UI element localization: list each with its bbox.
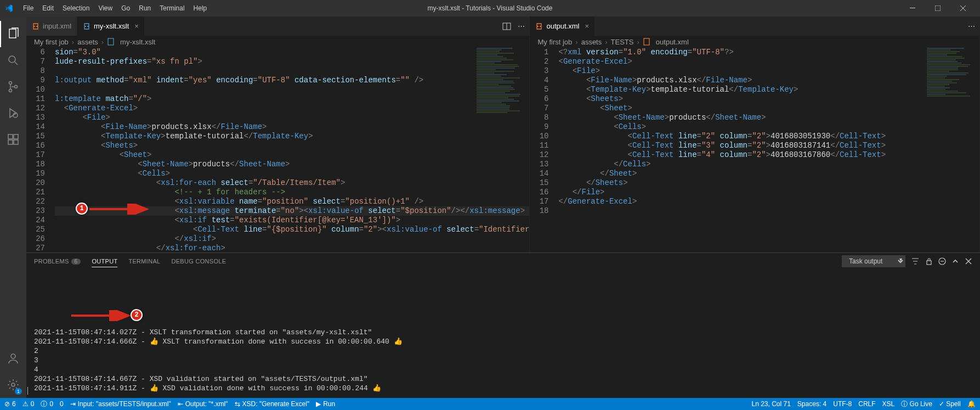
line-number[interactable]: 4 [530, 76, 548, 85]
line-number[interactable]: 10 [530, 132, 548, 141]
status-item[interactable]: ⇤Output: "*.xml" [178, 400, 228, 408]
line-number[interactable]: 19 [26, 169, 45, 178]
breadcrumb-item[interactable]: TESTS [611, 38, 634, 46]
code-line[interactable]: lude-result-prefixes="xs fn pl"> [55, 57, 529, 66]
menu-view[interactable]: View [94, 2, 117, 14]
code-line[interactable]: <Sheet-Name>products</Sheet-Name> [55, 160, 529, 169]
status-item[interactable]: 🔔 [967, 400, 976, 408]
extensions-icon[interactable] [0, 126, 26, 153]
line-number[interactable]: 16 [26, 141, 45, 150]
code-line[interactable]: <Sheet-Name>products</Sheet-Name> [558, 113, 979, 122]
panel-chevron-up-icon[interactable] [951, 257, 959, 265]
code-line[interactable]: <Template-Key>template-tutorial</Templat… [55, 132, 529, 141]
tab-my-xslt-xslt[interactable]: my-xslt.xslt× [77, 16, 145, 36]
code-line[interactable]: <Sheets> [55, 141, 529, 150]
panel-close-icon[interactable] [965, 257, 972, 265]
code-line[interactable]: </Sheet> [558, 169, 979, 178]
status-item[interactable]: ⇥Input: "assets/TESTS/input.xml" [70, 400, 171, 408]
line-number[interactable]: 8 [530, 113, 548, 122]
line-number[interactable]: 6 [530, 94, 548, 104]
status-item[interactable]: Ln 23, Col 71 [751, 400, 790, 408]
line-number[interactable]: 12 [530, 150, 548, 160]
search-icon[interactable] [0, 47, 26, 74]
breadcrumb-item[interactable]: assets [581, 38, 602, 46]
line-number[interactable]: 18 [26, 160, 45, 169]
line-number[interactable]: 1 [530, 48, 548, 57]
breadcrumb-item[interactable]: My first job [34, 38, 69, 46]
line-number[interactable]: 18 [530, 206, 548, 216]
line-number[interactable]: 5 [530, 85, 548, 94]
line-number[interactable]: 26 [26, 234, 45, 244]
panel-tab-output[interactable]: OUTPUT [92, 256, 117, 267]
tab-input-xml[interactable]: input.xml [26, 16, 77, 36]
breadcrumb-item[interactable]: assets [77, 38, 98, 46]
line-number[interactable]: 9 [26, 76, 45, 85]
minimize-icon[interactable] [900, 0, 925, 16]
line-number[interactable]: 25 [26, 225, 45, 234]
code-editor-left[interactable]: 6789101112131415161718192021222324252627… [26, 48, 529, 252]
panel-tab-terminal[interactable]: TERMINAL [128, 256, 160, 267]
output-panel-content[interactable]: 2 2021-11-15T08:47:14.027Z - XSLT transf… [26, 269, 980, 398]
line-number[interactable]: 16 [530, 188, 548, 197]
menu-help[interactable]: Help [189, 2, 212, 14]
line-number[interactable]: 21 [26, 188, 45, 197]
line-number[interactable]: 14 [530, 169, 548, 178]
split-editor-icon[interactable] [502, 22, 511, 31]
code-line[interactable]: <File> [55, 113, 529, 122]
menu-selection[interactable]: Selection [58, 2, 94, 14]
line-number[interactable]: 15 [26, 132, 45, 141]
code-line[interactable]: <Cell-Text line="2" column="2">401680305… [558, 132, 979, 141]
line-number[interactable]: 8 [26, 66, 45, 76]
more-actions-icon[interactable]: ⋯ [518, 22, 525, 30]
code-line[interactable]: </Sheets> [558, 178, 979, 188]
line-number[interactable]: 13 [530, 160, 548, 169]
line-number[interactable]: 7 [26, 57, 45, 66]
breadcrumb-item[interactable]: my-xslt.xslt [120, 38, 155, 46]
line-number[interactable]: 13 [26, 113, 45, 122]
menu-terminal[interactable]: Terminal [155, 2, 189, 14]
line-number[interactable]: 17 [530, 197, 548, 206]
status-item[interactable]: 0 [60, 400, 64, 408]
code-line[interactable]: sion="3.0" [55, 48, 529, 57]
lock-icon[interactable] [925, 257, 933, 265]
code-line[interactable]: <xsl:for-each select="/Table/Items/Item"… [55, 178, 529, 188]
more-actions-icon[interactable]: ⋯ [968, 22, 975, 30]
code-line[interactable]: <Generate-Excel> [558, 57, 979, 66]
code-line[interactable]: </Generate-Excel> [558, 197, 979, 206]
code-line[interactable]: </xsl:for-each> [55, 244, 529, 252]
status-item[interactable]: ✓ Spell [939, 400, 961, 408]
code-line[interactable]: l:output method="xml" indent="yes" encod… [55, 76, 529, 85]
panel-tab-debug-console[interactable]: DEBUG CONSOLE [171, 256, 226, 267]
code-line[interactable]: <?xml version="1.0" encoding="UTF-8"?> [558, 48, 979, 57]
explorer-icon[interactable] [0, 21, 26, 47]
account-icon[interactable] [0, 345, 26, 372]
code-line[interactable]: <Cells> [55, 169, 529, 178]
code-line[interactable]: l:template match="/"> [55, 94, 529, 104]
code-line[interactable] [55, 85, 529, 94]
status-item[interactable]: ⊘6 [4, 400, 16, 408]
line-number[interactable]: 2 [530, 57, 548, 66]
code-line[interactable]: <Sheet> [55, 150, 529, 160]
code-line[interactable]: <Generate-Excel> [55, 104, 529, 113]
status-item[interactable]: ⓘ0 [41, 400, 53, 409]
status-item[interactable]: ▶Run [316, 400, 335, 408]
code-line[interactable]: <Sheet> [558, 104, 979, 113]
line-number[interactable]: 23 [26, 206, 45, 216]
line-number[interactable]: 7 [530, 104, 548, 113]
line-number[interactable]: 14 [26, 122, 45, 132]
line-number[interactable]: 20 [26, 178, 45, 188]
breadcrumb-item[interactable]: My first job [537, 38, 572, 46]
status-item[interactable]: UTF-8 [833, 400, 852, 408]
line-number[interactable]: 22 [26, 197, 45, 206]
line-number[interactable]: 9 [530, 122, 548, 132]
code-line[interactable]: <Cell-Text line="3" column="2">401680318… [558, 141, 979, 150]
status-item[interactable]: ⓘ Go Live [901, 400, 932, 409]
code-line[interactable]: <Cell-Text line="{$position}" column="2"… [55, 225, 529, 234]
settings-gear-icon[interactable]: 1 [0, 372, 26, 398]
line-number[interactable]: 24 [26, 216, 45, 225]
maximize-icon[interactable] [925, 0, 950, 16]
run-debug-icon[interactable] [0, 100, 26, 126]
line-number[interactable]: 11 [530, 141, 548, 150]
filter-icon[interactable] [911, 257, 920, 266]
breadcrumb-item[interactable]: output.xml [656, 38, 689, 46]
